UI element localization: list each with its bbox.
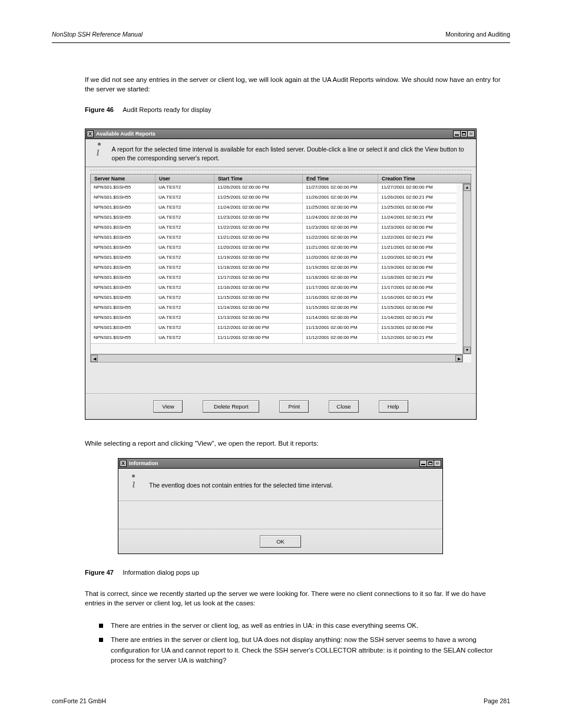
table-cell: 11/13/2001 02:00:00 PM	[214, 314, 303, 324]
table-cell: 11/16/2001 02:00:21 PM	[378, 294, 457, 304]
table-row[interactable]: NPNS01.$SSH55UA.TEST211/23/2001 02:00:00…	[91, 213, 462, 223]
table-row[interactable]: NPNS01.$SSH55UA.TEST211/14/2001 02:00:00…	[91, 304, 462, 314]
list-item: There are entries in the server or clien…	[99, 635, 503, 666]
info-text-2: The eventlog does not contain entries fo…	[149, 481, 333, 490]
horizontal-scrollbar[interactable]	[90, 354, 463, 363]
button-bar-2: OK	[118, 529, 442, 554]
table-cell: 11/16/2001 02:00:00 PM	[303, 294, 378, 304]
table-row[interactable]: NPNS01.$SSH55UA.TEST211/11/2001 02:00:00…	[91, 334, 462, 344]
footer-page: Page 281	[484, 697, 510, 704]
system-menu-icon[interactable]: X	[87, 130, 94, 137]
table-cell: 11/18/2001 02:00:00 PM	[214, 263, 303, 274]
table-row[interactable]: NPNS01.$SSH55UA.TEST211/26/2001 02:00:00…	[91, 183, 462, 193]
table-cell: 11/21/2001 02:00:00 PM	[303, 243, 378, 253]
table-cell: UA.TEST2	[156, 263, 214, 274]
table-cell: NPNS01.$SSH55	[91, 274, 156, 284]
button-bar: View Delete Report Print Close Help	[85, 393, 476, 419]
table-cell: 11/25/2001 02:00:00 PM	[214, 193, 303, 203]
table-cell: NPNS01.$SSH55	[91, 233, 156, 243]
table-cell: 11/19/2001 02:00:00 PM	[214, 253, 303, 263]
table-cell: 11/24/2001 02:00:00 PM	[214, 203, 303, 213]
titlebar[interactable]: X Available Audit Reports	[85, 129, 476, 139]
table-cell: UA.TEST2	[156, 253, 214, 263]
table-cell: 11/12/2001 02:00:21 PM	[378, 334, 457, 344]
table-row[interactable]: NPNS01.$SSH55UA.TEST211/20/2001 02:00:00…	[91, 243, 462, 253]
table-cell: 11/18/2001 02:00:00 PM	[303, 274, 378, 284]
col-start[interactable]: Start Time	[214, 174, 303, 183]
page-header-right: Monitoring and Auditing	[445, 31, 510, 38]
delete-report-button[interactable]: Delete Report	[203, 400, 259, 413]
table-cell: NPNS01.$SSH55	[91, 294, 156, 304]
col-server[interactable]: Server Name	[91, 174, 156, 183]
vertical-scrollbar[interactable]	[463, 183, 471, 354]
paragraph-3: That is correct, since we recently start…	[85, 589, 503, 608]
separator	[90, 170, 471, 170]
figure-1-number: Figure 46	[85, 106, 114, 113]
table-cell: 11/24/2001 02:00:00 PM	[303, 213, 378, 223]
table-cell: 11/19/2001 02:00:00 PM	[303, 263, 378, 274]
scroll-right-icon[interactable]	[455, 355, 462, 362]
table-cell: NPNS01.$SSH55	[91, 304, 156, 314]
table-row[interactable]: NPNS01.$SSH55UA.TEST211/21/2001 02:00:00…	[91, 233, 462, 243]
view-button[interactable]: View	[153, 400, 183, 413]
col-end[interactable]: End Time	[303, 174, 378, 183]
figure-2-number: Figure 47	[85, 569, 114, 576]
table-row[interactable]: NPNS01.$SSH55UA.TEST211/22/2001 02:00:00…	[91, 223, 462, 233]
table-cell: NPNS01.$SSH55	[91, 193, 156, 203]
table-row[interactable]: NPNS01.$SSH55UA.TEST211/19/2001 02:00:00…	[91, 253, 462, 263]
figure-2-text: Information dialog pops up	[123, 569, 199, 576]
table-cell: 11/22/2001 02:00:21 PM	[378, 233, 457, 243]
table-row[interactable]: NPNS01.$SSH55UA.TEST211/17/2001 02:00:00…	[91, 274, 462, 284]
table-cell: 11/20/2001 02:00:00 PM	[214, 243, 303, 253]
table-cell: UA.TEST2	[156, 233, 214, 243]
titlebar-2[interactable]: X Information	[118, 459, 442, 469]
close-dialog-button[interactable]: Close	[329, 400, 358, 413]
system-menu-icon-2[interactable]: X	[120, 460, 127, 467]
table-body[interactable]: NPNS01.$SSH55UA.TEST211/26/2001 02:00:00…	[90, 183, 463, 354]
table-cell: 11/26/2001 02:00:21 PM	[378, 193, 457, 203]
table-cell: UA.TEST2	[156, 203, 214, 213]
table-row[interactable]: NPNS01.$SSH55UA.TEST211/16/2001 02:00:00…	[91, 284, 462, 294]
table-cell: 11/21/2001 02:00:00 PM	[214, 233, 303, 243]
table-row[interactable]: NPNS01.$SSH55UA.TEST211/12/2001 02:00:00…	[91, 324, 462, 334]
ok-button[interactable]: OK	[260, 535, 301, 548]
table-cell: 11/18/2001 02:00:21 PM	[378, 274, 457, 284]
scroll-left-icon[interactable]	[91, 355, 98, 362]
information-dialog: X Information ı The eventlog does not co…	[118, 458, 443, 554]
col-user[interactable]: User	[156, 174, 214, 183]
table-row[interactable]: NPNS01.$SSH55UA.TEST211/18/2001 02:00:00…	[91, 263, 462, 274]
table-cell: NPNS01.$SSH55	[91, 263, 156, 274]
close-button-2[interactable]	[434, 460, 441, 467]
table-row[interactable]: NPNS01.$SSH55UA.TEST211/25/2001 02:00:00…	[91, 193, 462, 203]
close-button[interactable]	[467, 130, 475, 137]
help-button[interactable]: Help	[379, 400, 408, 413]
table-row[interactable]: NPNS01.$SSH55UA.TEST211/24/2001 02:00:00…	[91, 203, 462, 213]
paragraph-2: While selecting a report and clicking "V…	[85, 439, 503, 449]
table-cell: UA.TEST2	[156, 183, 214, 193]
col-created[interactable]: Creation Time	[378, 174, 457, 183]
table-cell: NPNS01.$SSH55	[91, 324, 156, 334]
print-button[interactable]: Print	[279, 400, 309, 413]
table-cell: 11/20/2001 02:00:00 PM	[303, 253, 378, 263]
figure-1-text: Audit Reports ready for display	[123, 106, 211, 113]
table-cell: 11/27/2001 02:00:00 PM	[303, 183, 378, 193]
audit-reports-window: X Available Audit Reports ı A report for…	[85, 129, 477, 420]
table-row[interactable]: NPNS01.$SSH55UA.TEST211/15/2001 02:00:00…	[91, 294, 462, 304]
table-cell: NPNS01.$SSH55	[91, 243, 156, 253]
table-cell: NPNS01.$SSH55	[91, 253, 156, 263]
table-cell: 11/15/2001 02:00:00 PM	[378, 304, 457, 314]
table-cell: NPNS01.$SSH55	[91, 314, 156, 324]
scroll-up-icon[interactable]	[464, 184, 471, 191]
table-header[interactable]: Server Name User Start Time End Time Cre…	[90, 174, 471, 183]
table-cell: NPNS01.$SSH55	[91, 183, 156, 193]
table-cell: UA.TEST2	[156, 334, 214, 344]
table-cell: 11/13/2001 02:00:00 PM	[303, 324, 378, 334]
table-row[interactable]: NPNS01.$SSH55UA.TEST211/13/2001 02:00:00…	[91, 314, 462, 324]
table-cell: 11/22/2001 02:00:00 PM	[303, 233, 378, 243]
table-cell: 11/21/2001 02:00:00 PM	[378, 243, 457, 253]
table-cell: UA.TEST2	[156, 193, 214, 203]
table-cell: 11/16/2001 02:00:00 PM	[214, 284, 303, 294]
scroll-down-icon[interactable]	[464, 347, 471, 354]
table-cell: 11/17/2001 02:00:00 PM	[303, 284, 378, 294]
table-cell: 11/25/2001 02:00:00 PM	[378, 203, 457, 213]
